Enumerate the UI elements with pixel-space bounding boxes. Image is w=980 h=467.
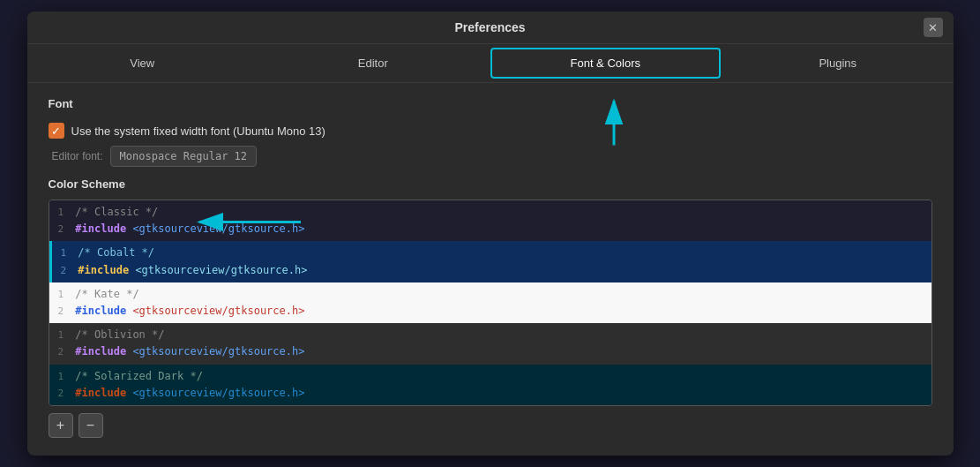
remove-scheme-button[interactable]: − [79, 413, 103, 438]
font-section-title: Font [49, 97, 932, 110]
dialog-title: Preferences [454, 20, 525, 34]
scheme-item-oblivion[interactable]: 1 /* Oblivion */ 2 #include <gtksourcevi… [49, 323, 931, 364]
editor-font-value[interactable]: Monospace Regular 12 [110, 146, 258, 167]
color-scheme-section: Color Scheme 1 /* Classic */ 2 #include … [49, 177, 932, 441]
tab-plugins[interactable]: Plugins [722, 44, 954, 82]
color-scheme-title: Color Scheme [49, 177, 125, 191]
scheme-toolbar: + − [49, 406, 932, 441]
title-bar: Preferences ✕ [27, 11, 954, 44]
font-section: Font ✓ Use the system fixed width font (… [49, 97, 932, 167]
tab-view[interactable]: View [27, 44, 258, 82]
main-content: Font ✓ Use the system fixed width font (… [27, 83, 954, 456]
scheme-item-solarized-dark[interactable]: 1 /* Solarized Dark */ 2 #include <gtkso… [49, 365, 931, 405]
editor-font-label: Editor font: [52, 150, 103, 162]
close-button[interactable]: ✕ [924, 18, 943, 37]
tab-bar: View Editor Font & Colors Plugins [27, 44, 954, 83]
scheme-item-cobalt[interactable]: 1 /* Cobalt */ 2 #include <gtksourceview… [49, 241, 931, 282]
color-scheme-header: Color Scheme [49, 177, 932, 196]
add-scheme-button[interactable]: + [49, 413, 73, 438]
tab-font-colors[interactable]: Font & Colors [490, 48, 722, 79]
scheme-item-kate[interactable]: 1 /* Kate */ 2 #include <gtksourceview/g… [49, 282, 931, 323]
system-font-row: ✓ Use the system fixed width font (Ubunt… [49, 123, 932, 139]
system-font-checkbox[interactable]: ✓ [49, 123, 64, 139]
scheme-item-classic[interactable]: 1 /* Classic */ 2 #include <gtksourcevie… [49, 200, 931, 241]
scheme-list: 1 /* Classic */ 2 #include <gtksourcevie… [49, 200, 932, 406]
editor-font-row: Editor font: Monospace Regular 12 [49, 146, 932, 167]
preferences-dialog: Preferences ✕ View Editor Font & Colors … [27, 11, 954, 456]
tab-editor[interactable]: Editor [258, 44, 489, 82]
system-font-label: Use the system fixed width font (Ubuntu … [71, 124, 325, 138]
